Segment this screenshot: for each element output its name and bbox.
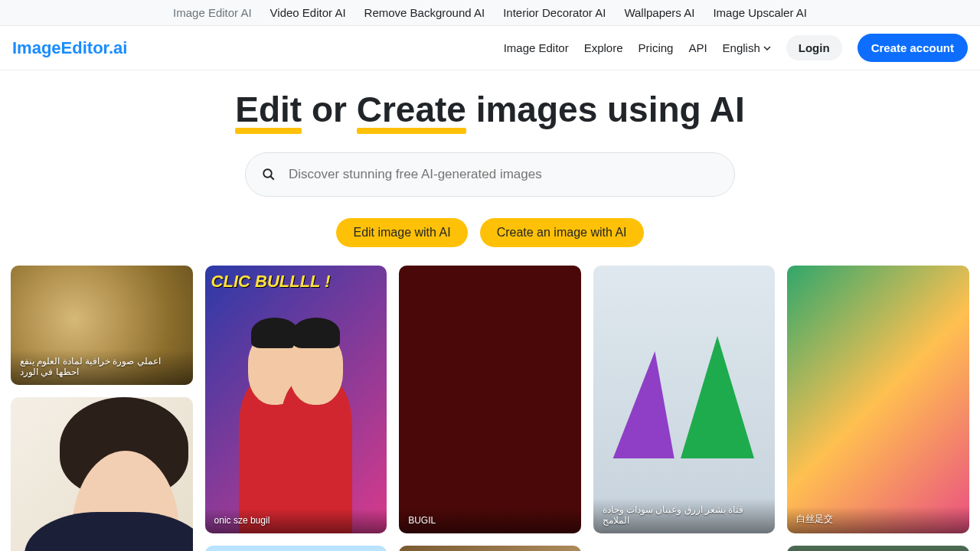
card-caption: BUGIL xyxy=(399,509,581,533)
svg-point-0 xyxy=(263,169,272,178)
top-nav-interior-decorator-ai[interactable]: Interior Decorator AI xyxy=(503,6,606,19)
chevron-down-icon xyxy=(763,44,771,52)
gallery-card[interactable]: اعملي صورة خرافية لمادة العلوم ينفع احطه… xyxy=(11,266,193,385)
gallery-card[interactable]: CLIC BULLLL ! onic sze bugil xyxy=(205,266,387,533)
svg-line-1 xyxy=(270,176,274,180)
gallery-card[interactable]: فتاة بشعر ازرق وعينان سودات وحادة الملام… xyxy=(593,266,776,533)
nav-image-editor[interactable]: Image Editor xyxy=(504,41,569,54)
card-caption: اعملي صورة خرافية لمادة العلوم ينفع احطه… xyxy=(11,350,193,385)
headline-rest: images using AI xyxy=(466,90,745,129)
top-nav-image-upscaler-ai[interactable]: Image Upscaler AI xyxy=(713,6,807,19)
triangle-shape xyxy=(613,351,686,458)
headline: Edit or Create images using AI xyxy=(235,89,744,131)
headline-create: Create xyxy=(357,89,466,131)
poster-text: CLIC BULLLL ! xyxy=(211,272,331,292)
top-nav-video-editor-ai[interactable]: Video Editor AI xyxy=(270,6,346,19)
language-label: English xyxy=(723,41,760,54)
nav-api[interactable]: API xyxy=(688,41,707,54)
card-caption: onic sze bugil xyxy=(205,509,387,533)
gallery-col-5: 白丝足交 xyxy=(787,266,969,551)
gallery-card[interactable]: BUGIL xyxy=(399,266,581,533)
top-nav-remove-background-ai[interactable]: Remove Background AI xyxy=(364,6,485,19)
gallery-card[interactable] xyxy=(399,546,581,551)
create-account-button[interactable]: Create account xyxy=(858,34,968,62)
logo[interactable]: ImageEditor.ai xyxy=(12,38,127,58)
search-input[interactable] xyxy=(245,152,735,197)
search-icon xyxy=(262,168,276,181)
nav-pricing[interactable]: Pricing xyxy=(639,41,674,54)
main-nav: ImageEditor.ai Image Editor Explore Pric… xyxy=(0,26,980,70)
gallery-col-3: BUGIL xyxy=(399,266,581,551)
triangle-shape xyxy=(681,336,754,458)
nav-right: Image Editor Explore Pricing API English… xyxy=(504,34,968,62)
card-caption: فتاة بشعر ازرق وعينان سودات وحادة الملام… xyxy=(593,498,776,533)
top-nav-wallpapers-ai[interactable]: Wallpapers AI xyxy=(624,6,694,19)
top-nav-bar: Image Editor AI Video Editor AI Remove B… xyxy=(0,0,980,26)
gallery-card[interactable] xyxy=(593,546,776,551)
gallery-col-4: فتاة بشعر ازرق وعينان سودات وحادة الملام… xyxy=(593,266,776,551)
headline-edit: Edit xyxy=(235,89,302,131)
gallery-col-1: اعملي صورة خرافية لمادة العلوم ينفع احطه… xyxy=(11,266,193,551)
login-button[interactable]: Login xyxy=(786,35,842,60)
gallery-card[interactable] xyxy=(205,546,387,551)
search-wrap xyxy=(245,152,735,197)
gallery: اعملي صورة خرافية لمادة العلوم ينفع احطه… xyxy=(0,266,980,551)
card-caption: 白丝足交 xyxy=(787,507,969,533)
gallery-card[interactable]: 白丝足交 xyxy=(787,266,969,533)
hero: Edit or Create images using AI Edit imag… xyxy=(0,70,980,247)
pill-row: Edit image with AI Create an image with … xyxy=(0,218,980,247)
gallery-col-2: CLIC BULLLL ! onic sze bugil xyxy=(205,266,387,551)
nav-explore[interactable]: Explore xyxy=(584,41,623,54)
portrait-body xyxy=(24,512,193,551)
language-selector[interactable]: English xyxy=(723,41,771,54)
top-nav-image-editor-ai[interactable]: Image Editor AI xyxy=(173,6,252,19)
edit-image-button[interactable]: Edit image with AI xyxy=(336,218,467,247)
poster-faces xyxy=(205,334,387,533)
gallery-card[interactable] xyxy=(11,397,193,551)
gallery-card[interactable] xyxy=(787,546,969,551)
headline-or: or xyxy=(302,90,357,129)
create-image-button[interactable]: Create an image with AI xyxy=(480,218,644,247)
